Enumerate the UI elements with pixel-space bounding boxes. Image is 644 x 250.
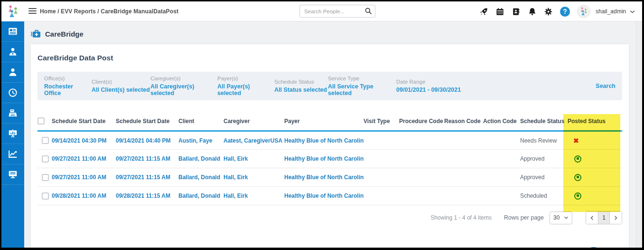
chevron-down-icon[interactable] [629,9,635,15]
username[interactable]: shail_admin [596,8,626,15]
cell-date2[interactable]: 09/28/2021 11:15 AM [116,192,170,199]
presentation-chart-icon [8,128,18,139]
cell-client[interactable]: Austin, Faye [178,137,212,144]
cell-payer[interactable]: Healthy Blue of North Carolina [284,192,364,199]
help-icon[interactable]: ? [560,7,570,17]
filter-value[interactable]: All Payer(s) selected [217,83,274,96]
posted-icon [574,155,581,163]
cell-payer[interactable]: Healthy Blue of North Carolina [284,155,364,162]
cell-caregiver[interactable]: Aatest, CaregiverUSA [224,137,282,144]
filter-schedule-status: Schedule Status All Status selected [274,79,328,93]
vertical-scrollbar[interactable] [636,21,642,248]
filter-label: Office(s) [44,76,92,81]
row-checkbox[interactable] [42,137,49,144]
menu-toggle-icon[interactable] [28,8,37,15]
cell-procedure-code [399,131,444,150]
sidebar-item-clients[interactable] [1,62,24,83]
avatar[interactable] [577,5,590,18]
bell-icon[interactable] [528,7,537,16]
filter-value[interactable]: All Caregiver(s) selected [150,83,217,96]
cell-client[interactable]: Ballard, Donald [178,192,220,199]
filter-value[interactable]: All Client(s) selected [92,87,150,93]
filter-date-range: Date Range 09/01/2021 - 09/30/2021 [396,79,486,93]
pagination-bar: Showing 1 - 4 of 4 items Rows per page 3… [37,211,622,224]
gear-icon[interactable] [544,7,553,16]
sidebar-item-billing[interactable] [1,103,24,124]
filter-value[interactable]: All Service Type selected [328,83,396,96]
rows-per-page-select[interactable]: 30 [550,212,572,224]
select-all-checkbox[interactable] [37,117,45,125]
row-checkbox[interactable] [42,155,49,163]
filter-label: Schedule Status [274,79,328,85]
cell-date1[interactable]: 09/27/2021 11:00 AM [52,174,106,181]
cell-schedule-status: Scheduled [520,187,568,205]
rocket-icon[interactable] [479,7,488,16]
cell-action-code [483,168,520,187]
cell-client[interactable]: Ballard, Donald [178,155,220,162]
row-checkbox[interactable] [42,192,49,200]
cell-date1[interactable]: 09/27/2021 11:00 AM [52,155,106,162]
cell-reason-code [444,168,483,187]
cell-caregiver[interactable]: Hall, Eirk [224,174,248,181]
col-schedule-start-date: Schedule Start Date [52,111,116,131]
col-reason-code: Reason Code [444,111,483,131]
sidebar-item-news[interactable] [1,21,24,42]
chevron-down-icon [564,215,569,220]
cell-payer[interactable]: Healthy Blue of North Carolina [284,174,364,181]
col-procedure-code: Procedure Code [399,111,444,131]
cell-payer[interactable]: Healthy Blue of North Carolina [284,137,364,144]
filter-value[interactable]: All Status selected [274,87,328,93]
sidebar-item-analytics[interactable] [1,144,24,164]
table-row: 09/28/2021 11:00 AM 09/28/2021 11:15 AM … [37,187,622,205]
table-row: 09/14/2021 04:30 PM 09/14/2021 04:40 PM … [37,131,622,150]
cell-reason-code [444,131,483,150]
sidebar-item-caregivers[interactable] [1,42,24,62]
content-card: CareBridge Data Post Office(s) Rochester… [31,44,629,248]
cell-date2[interactable]: 09/27/2021 11:15 AM [116,155,170,162]
cell-procedure-code [399,150,444,168]
clock-icon [8,87,18,98]
chevron-right-icon [613,215,618,221]
calendar-icon[interactable] [495,7,504,16]
filter-bar: Office(s) Rochester Office Client(s) All… [37,72,622,100]
sidebar-item-scheduling[interactable] [1,83,24,103]
monitor-icon [8,169,18,180]
page-number-current[interactable]: 1 [598,212,610,224]
app-window: Home / EVV Reports / CareBridge ManualDa… [0,0,644,250]
filter-payers: Payer(s) All Payer(s) selected [217,76,274,96]
search-icon[interactable] [364,7,372,15]
search-input[interactable] [299,5,375,18]
sidebar-item-evv-console[interactable] [1,164,24,185]
prev-page-button[interactable] [586,212,598,224]
posted-icon [574,174,581,181]
col-client: Client [178,111,224,131]
page-title: CareBridge [45,30,84,38]
cell-date1[interactable]: 09/14/2021 04:30 PM [52,137,106,144]
cell-date2[interactable]: 09/14/2021 04:40 PM [116,137,170,144]
cell-schedule-status: Needs Review [520,131,568,150]
table-row: 09/27/2021 11:00 AM 09/27/2021 11:15 AM … [37,150,622,168]
col-visit-type: Visit Type [364,111,399,131]
filter-value[interactable]: 09/01/2021 - 09/30/2021 [396,87,486,93]
not-posted-icon: ✖ [568,137,579,144]
search-button[interactable]: Search [596,83,616,89]
search-box [299,5,375,18]
cell-date2[interactable]: 09/27/2021 11:15 AM [116,174,170,181]
cell-client[interactable]: Ballard, Donald [178,174,220,181]
rows-per-page-label: Rows per page [504,214,544,221]
app-logo[interactable] [1,1,24,21]
cell-visit-type [364,131,399,150]
cell-caregiver[interactable]: Hall, Eirk [224,155,248,162]
filter-label: Service Type [328,76,396,81]
sidebar-item-reports[interactable] [1,124,24,144]
breadcrumb[interactable]: Home / EVV Reports / CareBridge ManualDa… [40,8,178,15]
filter-value[interactable]: Rochester Office [44,83,92,96]
cell-caregiver[interactable]: Hall, Eirk [224,192,248,199]
address-book-icon[interactable] [512,7,521,16]
row-checkbox[interactable] [42,174,49,181]
cell-schedule-status: Approved [520,150,568,168]
col-posted-status: Posted Status [568,111,622,131]
cell-date1[interactable]: 09/28/2021 11:00 AM [52,192,106,199]
next-page-button[interactable] [610,212,622,224]
page-header: CareBridge [31,29,84,38]
